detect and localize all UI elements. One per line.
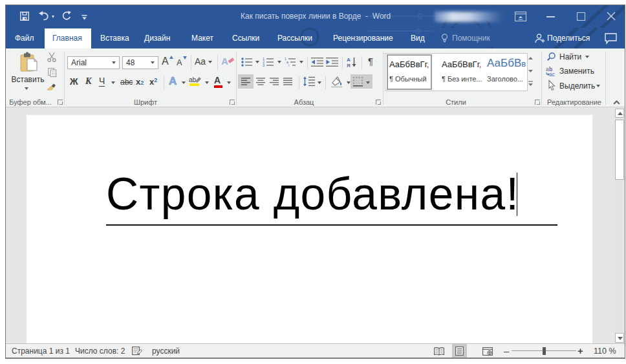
svg-text:ac: ac [549,71,556,78]
svg-text:3: 3 [263,63,264,67]
svg-text:i: i [288,63,289,67]
svg-text:Я: Я [347,63,351,69]
svg-text:ab: ab [189,76,197,83]
